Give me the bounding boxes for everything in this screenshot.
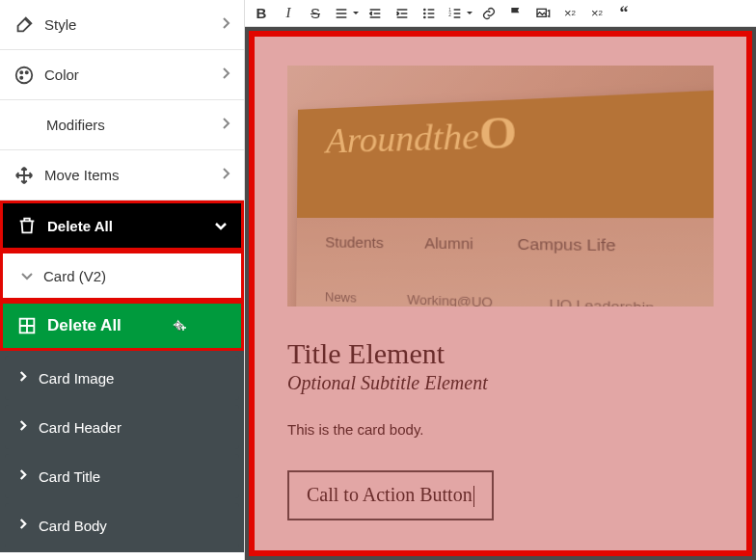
img-text: Campus Life [518, 234, 616, 274]
svg-point-0 [16, 67, 33, 83]
img-text: Working@UO [407, 291, 493, 307]
sidebar-label: Card Body [39, 518, 226, 534]
chevron-right-icon [221, 16, 230, 33]
sidebar-label: Card Image [39, 370, 226, 387]
card-body-preview[interactable]: This is the card body. [287, 421, 714, 438]
sidebar-label: Card Title [39, 468, 226, 485]
strike-button[interactable]: S [303, 3, 328, 24]
outdent-button[interactable] [363, 3, 388, 24]
svg-point-7 [424, 16, 425, 17]
card-subtitle-preview[interactable]: Optional Subtitle Element [287, 372, 714, 394]
sidebar-item-modifiers[interactable]: Modifiers [0, 100, 244, 150]
sidebar-item-move[interactable]: Move Items [0, 150, 244, 200]
editor-canvas[interactable]: AroundtheO Students Alumni Campus Life N… [245, 27, 756, 560]
trash-icon [16, 215, 38, 236]
indent-button[interactable] [390, 3, 415, 24]
sidebar-label: Modifiers [46, 117, 221, 133]
sidebar-item-delete-all-action[interactable]: Delete All [0, 301, 244, 351]
main-area: B I S 12 ×2 ×2 “ AroundtheO [245, 0, 756, 560]
sidebar-label: Delete All [47, 316, 228, 335]
editor-toolbar: B I S 12 ×2 ×2 “ [245, 0, 756, 27]
card-preview: AroundtheO Students Alumni Campus Life N… [287, 66, 714, 520]
img-text: News [325, 289, 357, 306]
chevron-down-icon [214, 218, 228, 234]
superscript-button[interactable]: ×2 [557, 3, 582, 24]
banner-o: O [479, 107, 517, 159]
cta-label: Call to Action Button [307, 484, 472, 505]
sidebar-item-card-image[interactable]: Card Image [5, 356, 239, 400]
quote-button[interactable]: “ [611, 3, 636, 24]
image-button[interactable] [530, 3, 555, 24]
svg-point-1 [20, 71, 22, 73]
sidebar-label: Card Header [39, 419, 226, 436]
chevron-right-icon [221, 117, 230, 133]
img-text: UO Leadership [549, 296, 654, 307]
sidebar-label: Style [44, 16, 221, 33]
numbered-list-button[interactable]: 12 [444, 3, 474, 24]
flag-button[interactable] [503, 3, 528, 24]
svg-text:2: 2 [448, 12, 451, 16]
cta-button-preview[interactable]: Call to Action Button [287, 470, 494, 520]
card-title-preview[interactable]: Title Element [287, 337, 714, 370]
sidebar-label: Move Items [44, 167, 221, 183]
card-image-preview: AroundtheO Students Alumni Campus Life N… [287, 66, 714, 307]
sidebar-item-style[interactable]: Style [0, 0, 244, 50]
bullet-list-button[interactable] [417, 3, 442, 24]
card-children-list: Card Image Card Header Card Title Card B… [0, 351, 244, 552]
subscript-button[interactable]: ×2 [584, 3, 609, 24]
img-text: Alumni [424, 233, 473, 271]
link-button[interactable] [476, 3, 501, 24]
sidebar-label: Color [44, 67, 221, 83]
grid-icon [16, 315, 38, 336]
banner-text: Aroundthe [326, 116, 479, 161]
svg-point-2 [26, 71, 28, 73]
sidebar-item-card-header[interactable]: Card Header [5, 405, 239, 449]
align-button[interactable] [330, 3, 361, 24]
chevron-right-icon [18, 370, 27, 386]
chevron-down-icon [20, 268, 34, 284]
bold-button[interactable]: B [249, 3, 274, 24]
img-text: Students [325, 233, 384, 269]
sidebar-label: Delete All [47, 218, 214, 234]
palette-icon [14, 65, 35, 86]
svg-point-5 [424, 9, 425, 10]
chevron-right-icon [18, 468, 27, 484]
chevron-right-icon [18, 518, 27, 533]
chevron-right-icon [221, 167, 230, 183]
text-caret [473, 486, 474, 507]
svg-point-6 [424, 13, 425, 13]
sidebar-item-card-v2[interactable]: Card (V2) [0, 251, 244, 301]
chevron-right-icon [221, 67, 230, 83]
sidebar-label: Card (V2) [43, 268, 228, 284]
sidebar-item-card-body[interactable]: Card Body [5, 503, 239, 547]
italic-button[interactable]: I [276, 3, 301, 24]
svg-point-3 [20, 76, 22, 78]
chevron-right-icon [18, 419, 27, 435]
move-icon [14, 165, 35, 186]
selection-frame: AroundtheO Students Alumni Campus Life N… [249, 31, 752, 556]
sidebar-item-delete-all-section[interactable]: Delete All [0, 200, 244, 251]
brush-icon [14, 14, 35, 36]
sidebar-item-color[interactable]: Color [0, 50, 244, 100]
sidebar: Style Color Modifiers Move Items Delete … [0, 0, 245, 560]
sidebar-item-card-title[interactable]: Card Title [5, 454, 239, 498]
